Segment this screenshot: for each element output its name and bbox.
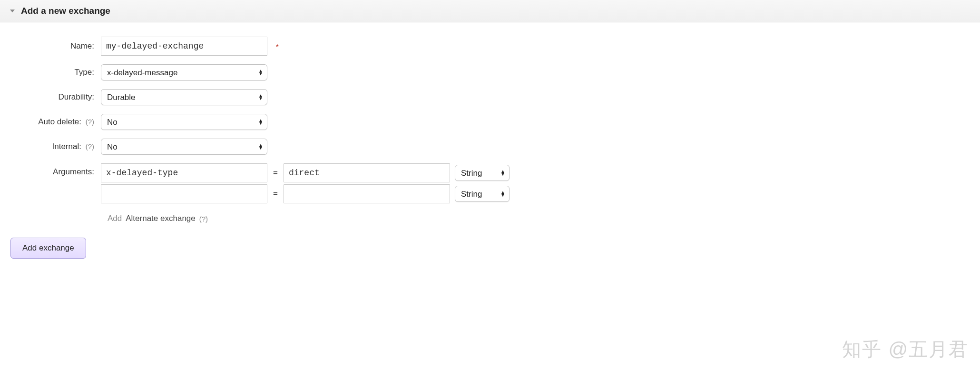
row-arguments: Arguments: = String ▲▼ = Str xyxy=(10,163,970,205)
durability-select[interactable]: Durable xyxy=(101,90,267,105)
row-durability: Durability: Durable ▲▼ xyxy=(10,89,970,105)
argument-type-select-wrap: String ▲▼ xyxy=(455,165,510,181)
argument-type-select[interactable]: String xyxy=(455,165,509,180)
svg-marker-0 xyxy=(10,10,15,12)
arguments-hint: Add Alternate exchange (?) xyxy=(10,214,970,223)
auto-delete-select[interactable]: No xyxy=(101,114,267,130)
argument-value-input[interactable] xyxy=(284,163,450,182)
submit-area: Add exchange xyxy=(0,233,980,273)
section-title: Add a new exchange xyxy=(21,6,110,16)
auto-delete-select-wrap: No ▲▼ xyxy=(101,114,267,130)
arguments-label: Arguments: xyxy=(10,163,101,177)
internal-select[interactable]: No xyxy=(101,139,267,154)
internal-label: Internal: xyxy=(52,142,81,151)
name-label: Name: xyxy=(10,41,101,51)
alternate-exchange-link[interactable]: Alternate exchange xyxy=(126,214,196,223)
argument-type-select[interactable]: String xyxy=(455,186,509,201)
type-label: Type: xyxy=(10,68,101,77)
internal-help[interactable]: (?) xyxy=(86,142,94,150)
row-type: Type: x-delayed-message ▲▼ xyxy=(10,64,970,80)
argument-value-input[interactable] xyxy=(284,184,450,203)
equals-sign: = xyxy=(272,189,279,199)
auto-delete-label: Auto delete: xyxy=(38,117,81,126)
caret-down-icon xyxy=(10,8,15,14)
equals-sign: = xyxy=(272,168,279,178)
argument-type-select-wrap: String ▲▼ xyxy=(455,186,510,202)
type-select[interactable]: x-delayed-message xyxy=(101,65,267,80)
durability-label: Durability: xyxy=(10,92,101,102)
row-name: Name: * xyxy=(10,37,970,56)
row-auto-delete: Auto delete: (?) No ▲▼ xyxy=(10,114,970,130)
add-exchange-form: Name: * Type: x-delayed-message ▲▼ Durab… xyxy=(0,22,980,233)
argument-key-input[interactable] xyxy=(101,184,267,203)
name-input[interactable] xyxy=(101,37,267,56)
alternate-exchange-help[interactable]: (?) xyxy=(199,215,208,223)
durability-select-wrap: Durable ▲▼ xyxy=(101,89,267,105)
argument-row: = String ▲▼ xyxy=(101,163,510,182)
required-mark: * xyxy=(276,42,279,50)
add-exchange-button[interactable]: Add exchange xyxy=(10,238,86,259)
auto-delete-help[interactable]: (?) xyxy=(86,118,94,126)
add-hint-label: Add xyxy=(108,214,122,223)
internal-select-wrap: No ▲▼ xyxy=(101,139,267,155)
type-select-wrap: x-delayed-message ▲▼ xyxy=(101,64,267,80)
row-internal: Internal: (?) No ▲▼ xyxy=(10,139,970,155)
section-header[interactable]: Add a new exchange xyxy=(0,0,980,22)
argument-row: = String ▲▼ xyxy=(101,184,510,203)
argument-key-input[interactable] xyxy=(101,163,267,182)
